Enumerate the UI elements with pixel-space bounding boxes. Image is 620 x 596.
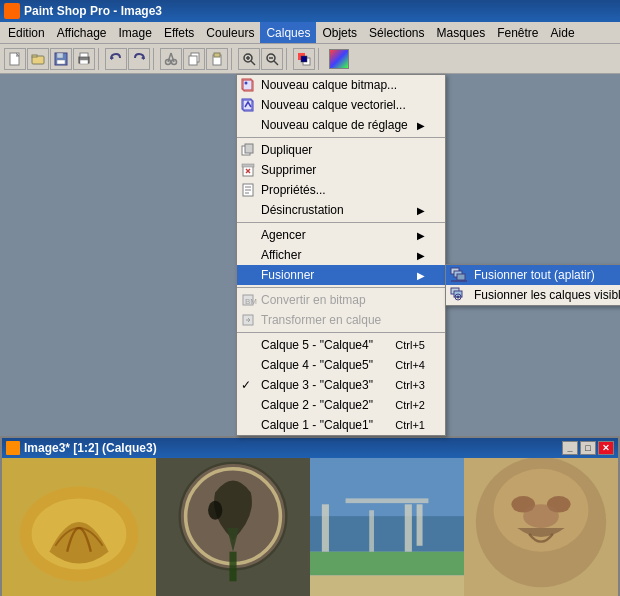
menu-affichage[interactable]: Affichage	[51, 22, 113, 43]
menu-item-nouveau-bitmap[interactable]: Nouveau calque bitmap...	[237, 75, 445, 95]
separator-2	[237, 222, 445, 223]
toolbar-zoom-in[interactable]	[238, 48, 260, 70]
menu-item-calque5[interactable]: Calque 5 - "Calque4" Ctrl+5	[237, 335, 445, 355]
svg-rect-70	[322, 504, 329, 551]
toolbar-sep1	[98, 48, 102, 70]
toolbar-sep4	[286, 48, 290, 70]
menu-bar: Edition Affichage Image Effets Couleurs …	[0, 22, 620, 44]
fusionner-tout-icon	[450, 267, 470, 283]
toolbar-new[interactable]	[4, 48, 26, 70]
svg-rect-74	[369, 510, 374, 551]
title-text: Paint Shop Pro - Image3	[24, 4, 162, 18]
bitmap-icon	[241, 78, 257, 92]
menu-fenetre[interactable]: Fenêtre	[491, 22, 544, 43]
svg-rect-37	[245, 144, 253, 153]
menu-objets[interactable]: Objets	[316, 22, 363, 43]
svg-rect-71	[346, 498, 429, 503]
menu-aide[interactable]: Aide	[545, 22, 581, 43]
toolbar-sep2	[153, 48, 157, 70]
photo-4	[464, 458, 618, 596]
menu-masques[interactable]: Masques	[430, 22, 491, 43]
menu-item-dupliquer[interactable]: Dupliquer	[237, 140, 445, 160]
color-display[interactable]	[329, 49, 349, 69]
check-icon: ✓	[241, 378, 251, 392]
submenu-fusionner-tout[interactable]: Fusionner tout (aplatir)	[446, 265, 620, 285]
svg-rect-39	[242, 164, 254, 167]
toolbar-print[interactable]	[73, 48, 95, 70]
svg-rect-69	[310, 575, 464, 596]
menu-image[interactable]: Image	[113, 22, 158, 43]
svg-line-20	[251, 61, 255, 65]
submenu-fusionner-visibles[interactable]: Fusionner les calques visibles	[446, 285, 620, 305]
prop-icon	[241, 183, 257, 197]
menu-item-supprimer[interactable]: Supprimer	[237, 160, 445, 180]
toolbar-open[interactable]	[27, 48, 49, 70]
svg-rect-48	[457, 274, 465, 280]
menu-edition[interactable]: Edition	[2, 22, 51, 43]
image-icon	[6, 441, 20, 455]
convertir-icon: BMP	[241, 293, 257, 307]
toolbar-cut[interactable]	[160, 48, 182, 70]
separator-3	[237, 287, 445, 288]
transformer-icon	[241, 313, 257, 327]
menu-item-proprietes[interactable]: Propriétés...	[237, 180, 445, 200]
svg-rect-7	[80, 53, 88, 57]
menu-item-calque3[interactable]: ✓ Calque 3 - "Calque3" Ctrl+3	[237, 375, 445, 395]
svg-line-24	[274, 61, 278, 65]
app-icon	[4, 3, 20, 19]
menu-couleurs[interactable]: Couleurs	[200, 22, 260, 43]
menu-item-calque4[interactable]: Calque 4 - "Calque5" Ctrl+4	[237, 355, 445, 375]
toolbar-sep3	[231, 48, 235, 70]
fusionner-submenu: Fusionner tout (aplatir) Fusionner les c…	[445, 264, 620, 306]
menu-item-transformer-calque: Transformer en calque	[237, 310, 445, 330]
calques-menu: Nouveau calque bitmap... Nouveau calque …	[236, 74, 446, 436]
desincrustation-arrow: ▶	[417, 205, 425, 216]
afficher-arrow: ▶	[417, 250, 425, 261]
separator-1	[237, 137, 445, 138]
vector-icon	[241, 98, 257, 112]
close-button[interactable]: ✕	[598, 441, 614, 455]
menu-item-desincrustation[interactable]: Désincrustation ▶	[237, 200, 445, 220]
image-window: Image3* [1:2] (Calque3) _ □ ✕	[0, 436, 620, 596]
toolbar-redo[interactable]	[128, 48, 150, 70]
svg-point-32	[245, 82, 248, 85]
menu-item-nouveau-vectoriel[interactable]: Nouveau calque vectoriel...	[237, 95, 445, 115]
maximize-button[interactable]: □	[580, 441, 596, 455]
menu-effets[interactable]: Effets	[158, 22, 200, 43]
toolbar-color[interactable]	[293, 48, 315, 70]
image-content	[2, 458, 618, 596]
toolbar-undo[interactable]	[105, 48, 127, 70]
main-area: Nouveau calque bitmap... Nouveau calque …	[0, 74, 620, 596]
toolbar-paste[interactable]	[206, 48, 228, 70]
svg-point-80	[523, 504, 559, 528]
svg-point-63	[208, 501, 222, 520]
dup-icon	[241, 143, 257, 157]
menu-item-calque1[interactable]: Calque 1 - "Calque1" Ctrl+1	[237, 415, 445, 435]
menu-item-calque2[interactable]: Calque 2 - "Calque2" Ctrl+2	[237, 395, 445, 415]
menu-item-agencer[interactable]: Agencer ▶	[237, 225, 445, 245]
svg-text:BMP: BMP	[245, 297, 257, 306]
toolbar-zoom-out[interactable]	[261, 48, 283, 70]
toolbar-copy[interactable]	[183, 48, 205, 70]
svg-rect-18	[214, 53, 220, 57]
fusionner-visibles-icon	[450, 287, 470, 303]
minimize-button[interactable]: _	[562, 441, 578, 455]
photo-1	[2, 458, 156, 596]
svg-rect-73	[417, 504, 423, 545]
svg-rect-4	[57, 53, 63, 58]
toolbar-save[interactable]	[50, 48, 72, 70]
menu-item-afficher[interactable]: Afficher ▶	[237, 245, 445, 265]
menu-calques[interactable]: Calques	[260, 22, 316, 43]
svg-rect-2	[32, 55, 37, 57]
photo-3	[310, 458, 464, 596]
svg-rect-31	[243, 80, 252, 90]
menu-item-nouveau-reglage[interactable]: Nouveau calque de réglage ▶	[237, 115, 445, 135]
image-title-bar: Image3* [1:2] (Calque3) _ □ ✕	[2, 438, 618, 458]
svg-point-53	[457, 296, 460, 299]
agencer-arrow: ▶	[417, 230, 425, 241]
menu-selections[interactable]: Sélections	[363, 22, 430, 43]
svg-rect-68	[310, 552, 464, 576]
svg-rect-16	[189, 56, 197, 65]
menu-item-fusionner[interactable]: Fusionner ▶ Fusionner tout (aplatir)	[237, 265, 445, 285]
svg-rect-64	[229, 552, 236, 582]
